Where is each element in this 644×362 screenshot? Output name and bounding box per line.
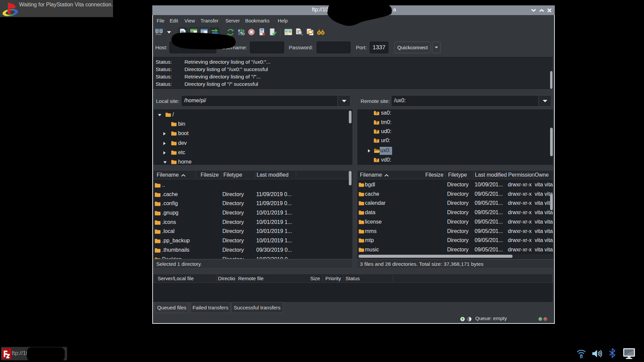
- svg-text:?: ?: [375, 129, 378, 133]
- svg-text:?: ?: [375, 111, 378, 115]
- svg-text:?: ?: [375, 120, 378, 124]
- svg-text:?: ?: [375, 138, 378, 142]
- svg-text:?: ?: [375, 158, 378, 162]
